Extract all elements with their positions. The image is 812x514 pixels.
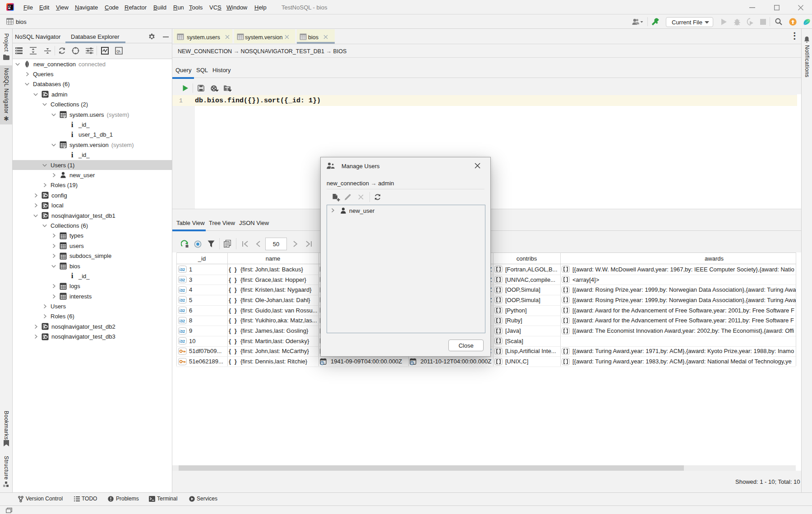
svg-text:i32: i32	[180, 298, 185, 303]
svg-text:i32: i32	[180, 267, 185, 272]
svg-text:i32: i32	[180, 308, 185, 313]
svg-text:i32: i32	[180, 288, 185, 292]
svg-text:i32: i32	[180, 278, 185, 282]
svg-text:i32: i32	[180, 318, 185, 323]
svg-text:QL: QL	[116, 50, 121, 53]
svg-text:i32: i32	[180, 339, 185, 344]
svg-text:i32: i32	[180, 329, 185, 333]
